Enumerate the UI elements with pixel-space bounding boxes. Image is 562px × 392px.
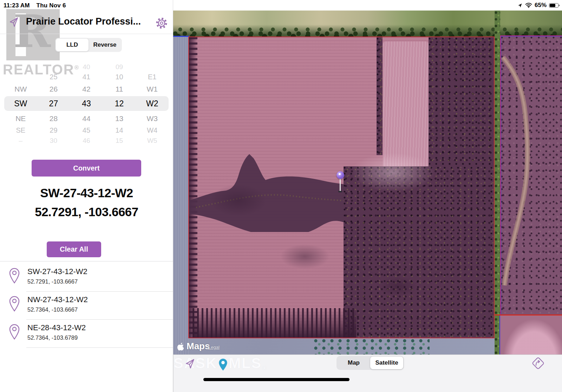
saved-location-lld: NW-27-43-12-W2: [27, 295, 88, 304]
result-lld: SW-27-43-12-W2: [0, 186, 173, 200]
tracking-arrow-icon[interactable]: [184, 358, 196, 370]
saved-location-row[interactable]: NW-27-43-12-W2 52.7364, -103.6667: [0, 292, 173, 320]
status-bar-left: 11:23 AM Thu Nov 6: [4, 2, 66, 9]
watermark-reg: ®: [262, 365, 267, 372]
apple-maps-logo: Maps: [177, 341, 210, 352]
saved-location-coords: 52.7291, -103.6667: [27, 278, 78, 285]
picker-row-selected[interactable]: SW274312W2: [4, 99, 169, 108]
map-pin-icon: [9, 296, 20, 312]
wifi-icon: [525, 2, 532, 8]
map-type-segmented-control: Map Satellite: [336, 356, 404, 370]
picker-row[interactable]: 4009: [4, 63, 169, 71]
directions-icon[interactable]: [530, 356, 546, 371]
saved-locations-list: SW-27-43-12-W2 52.7291, -103.6667 NW-27-…: [0, 261, 173, 261]
header-divider: [0, 34, 173, 34]
saved-location-row[interactable]: NE-28-43-12-W2 52.7364, -103.6789: [0, 320, 173, 348]
road-allowance-green-strip: [495, 11, 500, 354]
map-pin-base: [338, 191, 342, 192]
apple-logo-icon: [177, 342, 184, 351]
tab-satellite[interactable]: Satellite: [370, 357, 403, 369]
status-bar-right: 65%: [517, 2, 558, 9]
tab-map[interactable]: Map: [337, 357, 370, 369]
mode-segmented-control: LLD Reverse: [55, 38, 122, 52]
map-pin-stem: [340, 179, 341, 191]
dropped-pin[interactable]: [336, 171, 344, 179]
map-unselected-west-strip: [173, 36, 189, 354]
picker-row[interactable]: SE294514W4: [4, 126, 169, 134]
tab-reverse[interactable]: Reverse: [89, 39, 121, 51]
blue-pin-icon: [218, 358, 228, 371]
map-canvas[interactable]: Maps Legal: [173, 11, 562, 354]
forest-southeast: [344, 166, 494, 338]
saved-location-lld: NE-28-43-12-W2: [27, 323, 86, 332]
map-pin-icon: [9, 324, 20, 340]
light-soil-patch: [351, 153, 435, 192]
app-screen: Maps Legal Map Satellite SASK MLS ®: [0, 0, 562, 392]
location-services-icon: [517, 3, 523, 8]
list-divider: [26, 347, 173, 348]
locate-arrow-icon[interactable]: [8, 16, 20, 28]
settings-gear-icon[interactable]: [155, 16, 169, 30]
status-date: Thu Nov 6: [37, 2, 66, 9]
picker-row[interactable]: NW264211W1: [4, 85, 169, 93]
watermark-mls: MLS: [229, 355, 262, 372]
map-bottom-bar: Map Satellite SASK MLS ®: [173, 354, 562, 392]
map-highlighted-section: [188, 36, 495, 338]
clear-all-button[interactable]: Clear All: [47, 241, 101, 257]
field-shadow: [379, 276, 417, 297]
saved-location-coords: 52.7364, -103.6789: [27, 334, 78, 341]
battery-percent: 65%: [535, 2, 547, 9]
field-shadow: [210, 185, 266, 216]
status-time: 11:23 AM: [4, 2, 30, 9]
sidebar: R REALTOR® Prairie Locator Professi... L…: [0, 0, 173, 392]
map-blue-boundary-line: [173, 36, 189, 37]
map-overlay-south-east: [500, 315, 562, 354]
lld-picker-wheel[interactable]: 4009 254110E1 NW264211W1 SW274312W2 NE28…: [4, 62, 169, 144]
convert-button[interactable]: Convert: [32, 160, 141, 177]
tree-fringe-south: [192, 308, 356, 338]
home-indicator[interactable]: [203, 378, 349, 381]
map-trees-south: [314, 338, 430, 354]
dropped-pin-highlight: [339, 173, 341, 175]
map-pin-icon: [9, 268, 20, 284]
battery-icon: [549, 3, 558, 8]
field-shadow: [280, 244, 329, 269]
maps-wordmark: Maps: [187, 341, 210, 352]
picker-row[interactable]: –304615W5: [4, 137, 169, 144]
map-adjacent-section: [500, 35, 562, 316]
saved-location-row[interactable]: SW-27-43-12-W2 52.7291, -103.6667: [0, 264, 173, 292]
picker-row[interactable]: 254110E1: [4, 73, 169, 81]
legal-link[interactable]: Legal: [208, 345, 220, 350]
saved-location-lld: SW-27-43-12-W2: [27, 267, 87, 276]
trail-road: [501, 36, 562, 317]
page-title: Prairie Locator Professi...: [26, 16, 152, 27]
saved-location-coords: 52.7364, -103.6667: [27, 306, 78, 313]
map-blue-boundary-line: [499, 315, 500, 354]
result-coordinates: 52.7291, -103.6667: [0, 205, 173, 219]
tab-lld[interactable]: LLD: [56, 39, 89, 51]
picker-row[interactable]: NE284413W3: [4, 114, 169, 123]
